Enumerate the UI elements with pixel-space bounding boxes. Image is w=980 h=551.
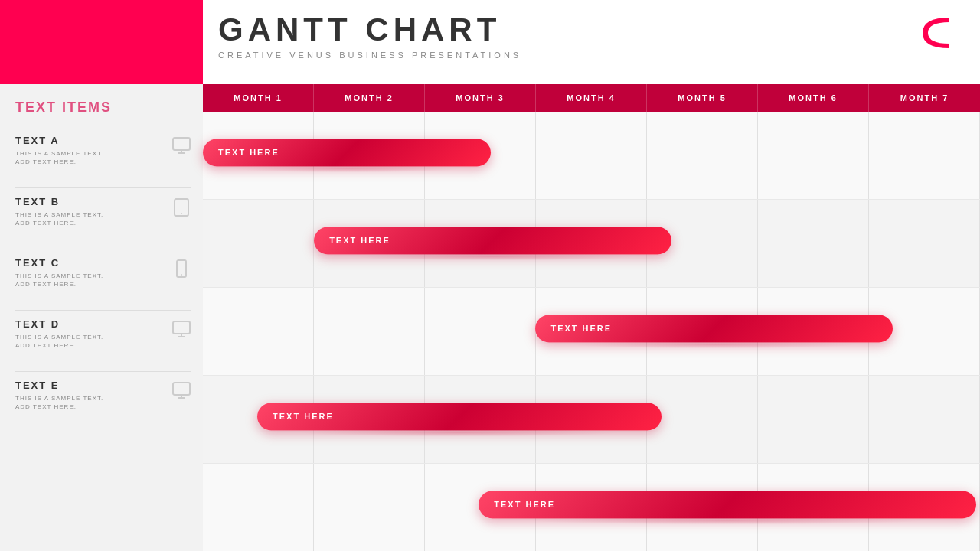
gantt-cell-a-2 <box>314 112 425 199</box>
gantt-cell-b-6 <box>758 200 869 287</box>
item-icon-d <box>172 320 191 344</box>
svg-point-4 <box>181 213 182 214</box>
gantt-cell-c-5 <box>647 288 758 375</box>
gantt-cell-e-2 <box>314 464 425 551</box>
item-title-e: TEXT E <box>15 380 165 391</box>
header: GANTT CHART CREATIVE VENUS BUSINESS PRES… <box>203 0 980 84</box>
item-desc-c: THIS IS A SAMPLE TEXT.ADD TEXT HERE. <box>15 272 165 289</box>
gantt-cell-a-4 <box>536 112 647 199</box>
gantt-cell-d-6 <box>758 376 869 463</box>
gantt-cell-b-4 <box>536 200 647 287</box>
gantt-cell-d-7 <box>869 376 980 463</box>
svg-point-6 <box>181 274 182 276</box>
item-text-b: TEXT B THIS IS A SAMPLE TEXT.ADD TEXT HE… <box>15 196 165 227</box>
svg-rect-10 <box>173 383 190 395</box>
gantt-cell-c-1 <box>203 288 314 375</box>
gantt-cell-b-1 <box>203 200 314 287</box>
month-header-2: MONTH 2 <box>314 84 425 112</box>
item-title-c: TEXT C <box>15 257 165 269</box>
page-subtitle: CREATIVE VENUS BUSINESS PRESENTATIONS <box>218 51 521 60</box>
sidebar-content: TEXT ITEMS TEXT A THIS IS A SAMPLE TEXT.… <box>0 84 203 551</box>
gantt-cell-c-2 <box>314 288 425 375</box>
month-header-5: MONTH 5 <box>647 84 758 112</box>
gantt-cell-d-1 <box>203 376 314 463</box>
gantt-row-a: TEXT HERE <box>203 112 980 200</box>
gantt-cell-a-1 <box>203 112 314 199</box>
gantt-cell-b-5 <box>647 200 758 287</box>
item-title-b: TEXT B <box>15 196 165 207</box>
gantt-cell-a-3 <box>425 112 536 199</box>
item-text-c: TEXT C THIS IS A SAMPLE TEXT.ADD TEXT HE… <box>15 257 165 289</box>
item-text-e: TEXT E THIS IS A SAMPLE TEXT.ADD TEXT HE… <box>15 380 165 411</box>
gantt-cell-e-7 <box>869 464 980 551</box>
gantt-cell-c-6 <box>758 288 869 375</box>
brand-logo <box>911 10 957 63</box>
sidebar-top <box>0 0 203 84</box>
sidebar-item-e: TEXT E THIS IS A SAMPLE TEXT.ADD TEXT HE… <box>15 372 191 433</box>
month-header-3: MONTH 3 <box>425 84 536 112</box>
item-desc-a: THIS IS A SAMPLE TEXT.ADD TEXT HERE. <box>15 149 165 166</box>
month-header-7: MONTH 7 <box>869 84 980 112</box>
sidebar-header: TEXT ITEMS <box>15 96 191 116</box>
gantt-cell-d-5 <box>647 376 758 463</box>
gantt-cell-e-3 <box>425 464 536 551</box>
gantt-cell-d-3 <box>425 376 536 463</box>
item-icon-a <box>172 136 191 161</box>
gantt-row-b: TEXT HERE <box>203 200 980 288</box>
month-header-4: MONTH 4 <box>536 84 647 112</box>
gantt-cell-b-7 <box>869 200 980 287</box>
gantt-cell-d-2 <box>314 376 425 463</box>
svg-rect-0 <box>173 138 190 150</box>
month-header-1: MONTH 1 <box>203 84 314 112</box>
gantt-rows: TEXT HERETEXT HERETEXT HERETEXT HERETEXT… <box>203 112 980 551</box>
gantt-cell-d-4 <box>536 376 647 463</box>
sidebar-item-b: TEXT B THIS IS A SAMPLE TEXT.ADD TEXT HE… <box>15 188 191 249</box>
item-icon-c <box>172 259 191 283</box>
item-icon-e <box>172 381 191 406</box>
gantt-cell-e-5 <box>647 464 758 551</box>
gantt-cell-a-6 <box>758 112 869 199</box>
gantt-cell-b-2 <box>314 200 425 287</box>
chart-area: MONTH 1MONTH 2MONTH 3MONTH 4MONTH 5MONTH… <box>203 84 980 551</box>
gantt-row-c: TEXT HERE <box>203 288 980 376</box>
month-header-6: MONTH 6 <box>758 84 869 112</box>
svg-rect-7 <box>173 321 190 334</box>
item-text-d: TEXT D THIS IS A SAMPLE TEXT.ADD TEXT HE… <box>15 318 165 350</box>
sidebar-items-list: TEXT A THIS IS A SAMPLE TEXT.ADD TEXT HE… <box>15 127 191 433</box>
item-desc-b: THIS IS A SAMPLE TEXT.ADD TEXT HERE. <box>15 210 165 227</box>
gantt-cell-c-4 <box>536 288 647 375</box>
gantt-cell-a-7 <box>869 112 980 199</box>
sidebar-item-a: TEXT A THIS IS A SAMPLE TEXT.ADD TEXT HE… <box>15 127 191 188</box>
month-headers: MONTH 1MONTH 2MONTH 3MONTH 4MONTH 5MONTH… <box>203 84 980 112</box>
item-desc-e: THIS IS A SAMPLE TEXT.ADD TEXT HERE. <box>15 394 165 411</box>
sidebar-item-d: TEXT D THIS IS A SAMPLE TEXT.ADD TEXT HE… <box>15 311 191 372</box>
gantt-row-d: TEXT HERE <box>203 376 980 464</box>
sidebar: TEXT ITEMS TEXT A THIS IS A SAMPLE TEXT.… <box>0 0 203 551</box>
gantt-cell-b-3 <box>425 200 536 287</box>
item-icon-b <box>172 197 191 222</box>
gantt-cell-a-5 <box>647 112 758 199</box>
gantt-cell-e-6 <box>758 464 869 551</box>
gantt-cell-e-1 <box>203 464 314 551</box>
gantt-cell-c-7 <box>869 288 980 375</box>
item-text-a: TEXT A THIS IS A SAMPLE TEXT.ADD TEXT HE… <box>15 135 165 166</box>
item-title-a: TEXT A <box>15 135 165 146</box>
item-title-d: TEXT D <box>15 318 165 330</box>
gantt-cell-c-3 <box>425 288 536 375</box>
gantt-row-e: TEXT HERE <box>203 464 980 551</box>
page-title: GANTT CHART <box>218 14 521 46</box>
main-content: GANTT CHART CREATIVE VENUS BUSINESS PRES… <box>203 0 980 551</box>
item-desc-d: THIS IS A SAMPLE TEXT.ADD TEXT HERE. <box>15 333 165 350</box>
gantt-cell-e-4 <box>536 464 647 551</box>
sidebar-item-c: TEXT C THIS IS A SAMPLE TEXT.ADD TEXT HE… <box>15 249 191 311</box>
header-left: GANTT CHART CREATIVE VENUS BUSINESS PRES… <box>218 14 521 60</box>
